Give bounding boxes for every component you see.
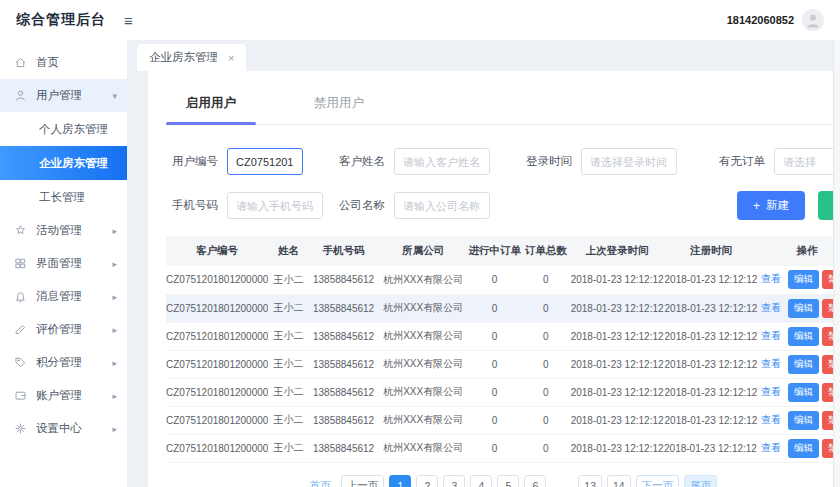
pagination-prev[interactable]: 上一页 bbox=[341, 475, 385, 487]
activity-icon bbox=[14, 224, 27, 237]
view-link[interactable]: 查看 bbox=[761, 273, 781, 284]
settings-icon bbox=[14, 422, 27, 435]
column-header: 姓名 bbox=[268, 236, 309, 266]
topbar-right: 18142060852 bbox=[727, 9, 824, 31]
table-row: CZ07512018012000001王小二13858845612杭州XXX有限… bbox=[166, 322, 840, 350]
table-cell: 杭州XXX有限公司 bbox=[378, 378, 468, 406]
menu-toggle-icon[interactable]: ≡ bbox=[124, 12, 133, 29]
create-button[interactable]: + 新建 bbox=[737, 191, 805, 220]
edit-button[interactable]: 编辑 bbox=[788, 411, 819, 430]
table-cell: 0 bbox=[521, 266, 570, 294]
table-cell: 王小二 bbox=[268, 266, 309, 294]
column-header: 订单总数 bbox=[521, 236, 570, 266]
table-row: CZ07512018012000001王小二13858845612杭州XXX有限… bbox=[166, 406, 840, 434]
edit-button[interactable]: 编辑 bbox=[788, 383, 819, 402]
table-cell: 2018-01-23 12:12:12 bbox=[664, 350, 758, 378]
chevron-right-icon: ▸ bbox=[112, 391, 117, 401]
tab-enabled-users[interactable]: 启用用户 bbox=[166, 89, 256, 124]
page-number[interactable]: 14 bbox=[607, 475, 631, 487]
sidebar-item[interactable]: 账户管理▸ bbox=[0, 379, 127, 412]
close-icon[interactable]: × bbox=[228, 52, 234, 64]
pagination-first[interactable]: 首页 bbox=[305, 475, 336, 487]
page-tab-enterprise-landlord[interactable]: 企业房东管理 × bbox=[137, 44, 246, 71]
chevron-right-icon: ▸ bbox=[112, 259, 117, 269]
edit-button[interactable]: 编辑 bbox=[788, 270, 819, 289]
pagination-ellipsis: ... bbox=[551, 475, 573, 487]
page-number[interactable]: 13 bbox=[578, 475, 602, 487]
has-order-select[interactable] bbox=[774, 148, 840, 175]
table-cell: 13858845612 bbox=[309, 350, 378, 378]
table-cell: CZ07512018012000001 bbox=[166, 378, 268, 406]
view-link[interactable]: 查看 bbox=[761, 442, 781, 453]
filter-row-2: 手机号码 公司名称 + 新建 查询 bbox=[166, 191, 840, 220]
sidebar-subitem[interactable]: 工长管理 bbox=[0, 180, 127, 214]
column-header: 手机号码 bbox=[309, 236, 378, 266]
column-header: 注册时间 bbox=[664, 236, 758, 266]
edit-button[interactable]: 编辑 bbox=[788, 299, 819, 318]
sidebar-item[interactable]: 界面管理▸ bbox=[0, 247, 127, 280]
phone-input[interactable] bbox=[227, 192, 323, 219]
sidebar-item-label: 界面管理 bbox=[36, 256, 82, 271]
sidebar-item[interactable]: 活动管理▸ bbox=[0, 214, 127, 247]
view-link[interactable]: 查看 bbox=[761, 358, 781, 369]
edit-button[interactable]: 编辑 bbox=[788, 327, 819, 346]
table-cell: 杭州XXX有限公司 bbox=[378, 266, 468, 294]
page-number[interactable]: 4 bbox=[470, 475, 492, 487]
login-time-input[interactable] bbox=[581, 148, 677, 175]
sidebar-item[interactable]: 消息管理▸ bbox=[0, 280, 127, 313]
table-cell: 13858845612 bbox=[309, 406, 378, 434]
filter-customer-name: 客户姓名 bbox=[333, 148, 490, 175]
sidebar-item[interactable]: 首页 bbox=[0, 46, 127, 79]
page-number[interactable]: 3 bbox=[443, 475, 465, 487]
pagination-next[interactable]: 下一页 bbox=[636, 475, 680, 487]
user-id-input[interactable] bbox=[227, 148, 303, 175]
sidebar-item[interactable]: 积分管理▸ bbox=[0, 346, 127, 379]
avatar[interactable] bbox=[802, 9, 824, 31]
view-link[interactable]: 查看 bbox=[761, 330, 781, 341]
sidebar-item-label: 积分管理 bbox=[36, 355, 82, 370]
pagination-last[interactable]: 尾页 bbox=[684, 475, 717, 487]
sidebar-item-label: 消息管理 bbox=[36, 289, 82, 304]
customer-name-input[interactable] bbox=[394, 148, 490, 175]
user-avatar-icon bbox=[804, 11, 822, 29]
sidebar: 首页用户管理▾个人房东管理企业房东管理工长管理活动管理▸界面管理▸消息管理▸评价… bbox=[0, 40, 127, 487]
table-cell: 0 bbox=[521, 294, 570, 322]
sidebar-item[interactable]: 用户管理▾ bbox=[0, 79, 127, 112]
table-cell: 杭州XXX有限公司 bbox=[378, 294, 468, 322]
vertical-scrollbar[interactable] bbox=[833, 40, 840, 487]
table-cell: 2018-01-23 12:12:12 bbox=[570, 434, 664, 462]
pagination: 首页上一页123456...1314下一页尾页 bbox=[166, 475, 840, 487]
sidebar-item[interactable]: 评价管理▸ bbox=[0, 313, 127, 346]
view-link[interactable]: 查看 bbox=[761, 386, 781, 397]
view-link[interactable]: 查看 bbox=[761, 302, 781, 313]
login-time-label: 登录时间 bbox=[520, 154, 572, 169]
user-icon bbox=[14, 89, 27, 102]
edit-button[interactable]: 编辑 bbox=[788, 355, 819, 374]
page-number[interactable]: 6 bbox=[524, 475, 546, 487]
table-cell: 王小二 bbox=[268, 322, 309, 350]
tab-disabled-users[interactable]: 禁用用户 bbox=[294, 89, 384, 124]
table-cell: 2018-01-23 12:12:12... bbox=[664, 434, 758, 462]
page-number[interactable]: 5 bbox=[497, 475, 519, 487]
table-cell: 2018-01-23 12:12:12 bbox=[570, 378, 664, 406]
table-cell: 王小二 bbox=[268, 434, 309, 462]
page-number[interactable]: 1 bbox=[389, 475, 411, 487]
content-card: 启用用户 禁用用户 用户编号 客户姓名 登录时间 bbox=[148, 71, 840, 487]
table-cell: 2018-01-23 12:12:12 bbox=[570, 350, 664, 378]
page-number[interactable]: 2 bbox=[416, 475, 438, 487]
table-cell: 2018-01-23 12:12:12 bbox=[570, 322, 664, 350]
view-link[interactable]: 查看 bbox=[761, 414, 781, 425]
sidebar-item-label: 活动管理 bbox=[36, 223, 82, 238]
filter-user-id: 用户编号 bbox=[166, 148, 303, 175]
actions-cell: 查看编辑禁用 bbox=[758, 322, 840, 350]
sidebar-item[interactable]: 设置中心▸ bbox=[0, 412, 127, 445]
company-input[interactable] bbox=[394, 192, 490, 219]
sidebar-subitem[interactable]: 企业房东管理 bbox=[0, 146, 127, 180]
edit-button[interactable]: 编辑 bbox=[788, 439, 819, 458]
sidebar-subitem[interactable]: 个人房东管理 bbox=[0, 112, 127, 146]
table-cell: 0 bbox=[468, 294, 521, 322]
landlord-table: 客户编号姓名手机号码所属公司进行中订单订单总数上次登录时间注册时间操作 CZ07… bbox=[166, 236, 840, 463]
table-row: CZ07512018012000001王小二13858845612杭州XXX有限… bbox=[166, 350, 840, 378]
column-header: 进行中订单 bbox=[468, 236, 521, 266]
actions-cell: 查看编辑禁用 bbox=[758, 294, 840, 322]
